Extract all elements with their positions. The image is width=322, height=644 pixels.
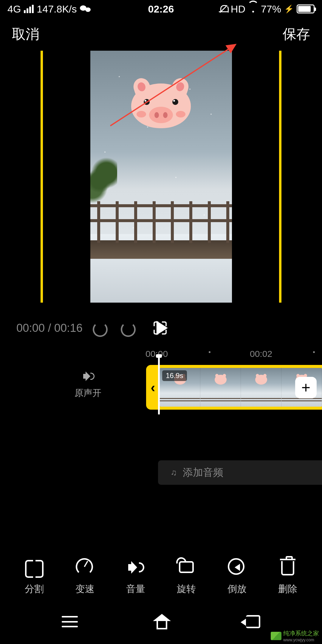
video-frame — [90, 51, 232, 303]
network-type: 4G — [7, 3, 21, 15]
trim-handle-left[interactable] — [41, 51, 43, 303]
original-sound-toggle[interactable]: 原声开 — [75, 370, 101, 399]
redo-button[interactable] — [123, 321, 137, 335]
fence-graphic — [90, 201, 232, 243]
ruler-tick-1: 00:02 — [250, 349, 272, 359]
dnd-icon — [219, 4, 228, 13]
playback-controls: 00:00 / 00:16 — [0, 313, 322, 343]
hd-label: HD — [231, 3, 245, 15]
speed-icon — [76, 558, 93, 575]
cancel-button[interactable]: 取消 — [12, 25, 39, 44]
watermark: 纯净系统之家 www.ycwjyy.com — [271, 629, 319, 642]
wifi-icon — [248, 5, 258, 13]
add-audio-label: 添加音频 — [183, 466, 223, 479]
add-clip-button[interactable]: + — [295, 377, 317, 398]
split-icon — [25, 558, 44, 577]
video-preview[interactable] — [0, 51, 322, 313]
status-left: 4G 147.8K/s — [7, 3, 91, 15]
nav-recent-button[interactable] — [62, 616, 78, 627]
charging-icon: ⚡ — [284, 4, 294, 14]
fullscreen-button[interactable] — [154, 321, 167, 335]
watermark-logo-icon — [271, 632, 281, 640]
delete-button[interactable]: 删除 — [278, 558, 297, 596]
deck-graphic — [90, 240, 232, 259]
status-right: HD 77% ⚡ — [219, 3, 315, 15]
edit-toolbar: 分割 变速 音量 旋转 倒放 删除 — [0, 552, 322, 602]
speaker-icon — [81, 370, 95, 383]
rotate-icon — [179, 561, 194, 573]
reverse-button[interactable]: 倒放 — [227, 558, 247, 596]
nav-back-button[interactable] — [246, 615, 260, 628]
current-time: 00:00 — [16, 322, 45, 334]
watermark-brand: 纯净系统之家 — [283, 629, 319, 637]
playhead[interactable] — [158, 355, 160, 414]
watermark-url: www.ycwjyy.com — [283, 637, 319, 642]
sound-label: 原声开 — [75, 387, 101, 399]
nav-home-button[interactable] — [154, 614, 170, 629]
status-bar: 4G 147.8K/s 02:26 HD 77% ⚡ — [0, 0, 322, 18]
ruler-dot — [209, 351, 210, 353]
rotate-button[interactable]: 旋转 — [177, 558, 196, 596]
top-bar: 取消 保存 — [0, 18, 322, 51]
battery-pct: 77% — [261, 3, 281, 15]
time-ruler[interactable]: 00:00 00:02 — [0, 343, 322, 364]
volume-button[interactable]: 音量 — [126, 558, 145, 596]
undo-button[interactable] — [92, 321, 106, 335]
delete-icon — [281, 561, 294, 575]
wechat-icon — [80, 4, 91, 14]
add-audio-button[interactable]: ♫ 添加音频 — [158, 460, 322, 485]
speed-button[interactable]: 变速 — [75, 558, 95, 596]
time-display: 00:00 / 00:16 — [16, 322, 83, 335]
battery-icon — [297, 4, 315, 13]
reverse-icon — [228, 558, 244, 575]
save-button[interactable]: 保存 — [283, 25, 310, 44]
network-speed: 147.8K/s — [37, 3, 77, 15]
clip-duration-badge: 16.9s — [162, 370, 187, 381]
split-button[interactable]: 分割 — [25, 558, 44, 596]
music-icon: ♫ — [171, 468, 177, 477]
status-time: 02:26 — [148, 3, 174, 15]
timeline[interactable]: 原声开 ‹ 16.9s + — [0, 364, 322, 417]
ruler-dot — [313, 351, 315, 353]
pig-sticker — [131, 83, 191, 131]
total-time: 00:16 — [54, 322, 83, 334]
volume-icon — [126, 558, 145, 577]
trim-handle-right[interactable] — [279, 51, 281, 303]
signal-icon — [24, 5, 34, 13]
